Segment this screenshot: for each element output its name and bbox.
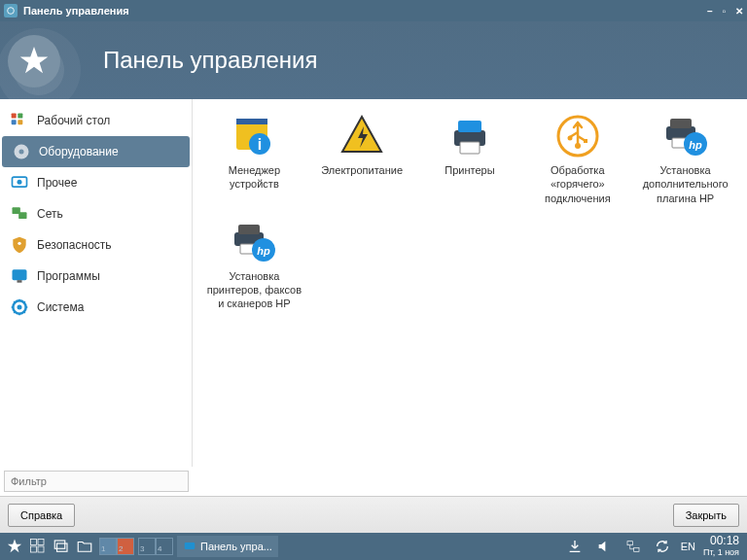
sidebar-label: Прочее — [37, 176, 77, 190]
svg-point-15 — [18, 305, 22, 310]
other-icon — [10, 173, 29, 192]
svg-text:hp: hp — [258, 245, 271, 257]
system-icon — [10, 298, 29, 317]
star-icon — [8, 35, 60, 88]
svg-point-24 — [567, 136, 572, 141]
tray-sync-icon[interactable] — [652, 536, 673, 557]
hardware-icon — [12, 142, 31, 161]
hp-setup-icon: hp — [231, 219, 277, 265]
grid-item-printers[interactable]: Принтеры — [418, 109, 522, 209]
file-manager-icon[interactable] — [74, 536, 95, 557]
sidebar-item-system[interactable]: Система — [0, 292, 192, 323]
security-icon — [10, 235, 29, 255]
svg-rect-38 — [38, 540, 44, 545]
sidebar-label: Оборудование — [39, 145, 119, 158]
sidebar-label: Система — [37, 300, 84, 314]
desktop-icon — [10, 111, 29, 130]
sidebar-item-programs[interactable]: Программы — [0, 261, 192, 292]
sidebar-label: Безопасность — [37, 238, 112, 252]
taskbar-app-label: Панель упра... — [200, 541, 272, 552]
workspace-pager-2[interactable]: 3 4 — [138, 538, 173, 555]
sidebar-label: Программы — [37, 269, 100, 283]
svg-rect-45 — [633, 547, 638, 551]
svg-rect-42 — [57, 543, 68, 551]
svg-rect-40 — [38, 546, 44, 552]
filter-input[interactable] — [4, 471, 189, 492]
minimize-button[interactable]: – — [707, 6, 713, 17]
taskbar-clock[interactable]: 00:18 Пт, 1 ноя — [703, 535, 739, 557]
show-desktop-icon[interactable] — [27, 536, 49, 557]
svg-point-0 — [8, 8, 15, 15]
sidebar-item-other[interactable]: Прочее — [0, 167, 192, 198]
close-button[interactable]: ✕ — [735, 6, 743, 17]
sidebar-item-security[interactable]: Безопасность — [0, 229, 192, 261]
svg-rect-10 — [18, 212, 26, 219]
svg-rect-3 — [12, 120, 17, 124]
grid-label: Электропитание — [321, 163, 403, 177]
svg-text:i: i — [258, 136, 262, 153]
start-menu-icon[interactable] — [4, 536, 25, 557]
grid-label: Установка дополнительного плагина HP — [637, 163, 733, 205]
sidebar-item-network[interactable]: Сеть — [0, 198, 192, 229]
grid-label: Обработка «горячего» подключения — [529, 163, 625, 205]
svg-rect-37 — [31, 540, 37, 545]
svg-point-8 — [18, 180, 22, 185]
main-grid: i Менеджер устройств Электропитание Прин… — [193, 99, 747, 496]
window-titlebar: Панель управления – ▫ ✕ — [0, 0, 747, 21]
header-banner: Панель управления — [0, 21, 747, 99]
svg-point-26 — [575, 143, 581, 149]
svg-text:hp: hp — [689, 139, 702, 151]
svg-rect-25 — [584, 139, 587, 143]
taskbar-app[interactable]: Панель упра... — [177, 536, 278, 557]
power-icon — [338, 113, 385, 159]
hp-plugin-icon: hp — [662, 113, 709, 159]
svg-point-11 — [18, 242, 20, 245]
sidebar-label: Рабочий стол — [37, 114, 110, 127]
svg-rect-17 — [236, 119, 267, 124]
filter-row — [0, 467, 193, 496]
grid-item-device-manager[interactable]: i Менеджер устройств — [202, 109, 306, 209]
svg-rect-12 — [13, 269, 27, 280]
svg-rect-1 — [12, 114, 17, 119]
svg-rect-39 — [31, 546, 37, 552]
network-icon — [10, 204, 29, 224]
sidebar-item-desktop[interactable]: Рабочий стол — [0, 105, 192, 136]
tray-network-icon[interactable] — [622, 536, 644, 557]
help-button[interactable]: Справка — [8, 504, 75, 527]
language-indicator[interactable]: EN — [681, 541, 695, 552]
svg-rect-13 — [18, 280, 22, 283]
grid-item-hp-plugin[interactable]: hp Установка дополнительного плагина HP — [633, 109, 737, 209]
workspace-pager[interactable]: 1 2 — [99, 538, 134, 555]
sidebar: Рабочий стол Оборудование Прочее Сеть Бе… — [0, 99, 193, 496]
grid-label: Установка принтеров, факсов и сканеров H… — [206, 269, 302, 311]
grid-item-hotplug[interactable]: Обработка «горячего» подключения — [525, 109, 629, 209]
close-dialog-button[interactable]: Закрыть — [673, 504, 739, 527]
grid-item-hp-setup[interactable]: hp Установка принтеров, факсов и сканеро… — [202, 215, 306, 315]
svg-rect-22 — [460, 142, 480, 154]
svg-rect-33 — [238, 225, 260, 234]
clock-time: 00:18 — [703, 535, 739, 547]
tray-volume-icon[interactable] — [593, 536, 615, 557]
window-list-icon[interactable] — [51, 536, 72, 557]
svg-rect-41 — [54, 541, 65, 548]
tray-download-icon[interactable] — [564, 536, 586, 557]
svg-rect-4 — [18, 120, 22, 124]
sidebar-label: Сеть — [37, 207, 63, 221]
maximize-button[interactable]: ▫ — [722, 6, 726, 17]
content-area: Рабочий стол Оборудование Прочее Сеть Бе… — [0, 99, 747, 496]
taskbar: 1 2 3 4 Панель упра... EN 00:18 Пт, 1 но… — [0, 533, 747, 560]
grid-item-power[interactable]: Электропитание — [310, 109, 414, 209]
svg-rect-21 — [458, 121, 481, 132]
programs-icon — [10, 266, 29, 286]
svg-rect-44 — [627, 542, 632, 545]
grid-label: Менеджер устройств — [206, 163, 302, 192]
titlebar-icon — [4, 4, 18, 18]
clock-date: Пт, 1 ноя — [703, 548, 739, 558]
usb-icon — [554, 113, 601, 159]
svg-rect-28 — [670, 119, 692, 128]
window-title: Панель управления — [23, 5, 129, 17]
sidebar-item-hardware[interactable]: Оборудование — [2, 136, 190, 167]
printer-icon — [446, 113, 493, 159]
footer-bar: Справка Закрыть — [0, 496, 747, 533]
device-manager-icon: i — [231, 113, 277, 159]
